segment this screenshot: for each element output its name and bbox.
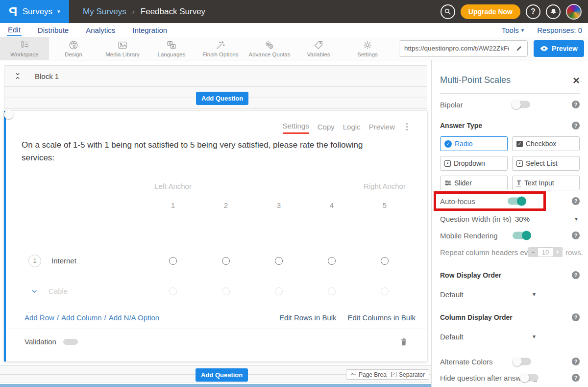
notifications-button[interactable]	[546, 4, 561, 19]
answer-type-label: Answer Type	[440, 122, 482, 129]
column-header[interactable]: 4	[305, 201, 358, 209]
answer-type-slider[interactable]: Slider	[440, 176, 508, 190]
radio-button[interactable]	[169, 287, 177, 295]
row-label[interactable]: Internet	[51, 257, 76, 265]
help-icon[interactable]	[572, 122, 580, 129]
answer-type-checkbox[interactable]: ✓ Checkbox	[512, 136, 580, 151]
separator-button[interactable]: ✓ Separator	[387, 369, 429, 380]
question-tab-settings[interactable]: Settings	[283, 122, 309, 134]
row-display-order-header: Row Display Order	[440, 271, 580, 279]
auto-focus-toggle[interactable]	[508, 198, 526, 205]
question-text[interactable]: On a scale of 1-5 with 1 being not satis…	[22, 139, 393, 165]
add-row-link[interactable]: Add Row	[24, 313, 54, 322]
help-icon[interactable]	[572, 101, 580, 108]
toolbar-languages[interactable]: Languages	[147, 37, 196, 60]
radio-button[interactable]	[275, 287, 283, 295]
column-header[interactable]: 2	[199, 201, 252, 209]
add-na-option-link[interactable]: Add N/A Option	[109, 313, 159, 322]
increment-button[interactable]: +	[553, 247, 563, 257]
toolbar-design[interactable]: Design	[49, 37, 98, 60]
answer-type-radio[interactable]: ✓ Radio	[440, 136, 508, 151]
toolbar-item-label: Workspace	[10, 52, 38, 57]
question-tab-copy[interactable]: Copy	[318, 123, 335, 133]
add-question-button-bottom[interactable]: Add Question	[196, 368, 248, 382]
answer-type-dropdown[interactable]: ▾ Dropdown	[440, 156, 508, 171]
radio-button[interactable]	[169, 257, 177, 265]
help-icon[interactable]	[572, 313, 580, 321]
right-anchor-label[interactable]: Right Anchor	[358, 182, 411, 190]
toolbar-settings[interactable]: Settings	[343, 37, 392, 60]
chevron-down-icon: ▾	[57, 9, 60, 14]
help-icon[interactable]	[572, 358, 580, 365]
help-button[interactable]: ?	[526, 4, 540, 19]
search-button[interactable]	[441, 4, 455, 19]
answer-type-select-list[interactable]: ▾ Select List	[512, 156, 580, 171]
separator-label: Separator	[399, 371, 425, 378]
radio-button[interactable]	[381, 287, 389, 295]
edit-url-button[interactable]	[511, 45, 527, 52]
column-header[interactable]: 5	[358, 201, 411, 209]
alternate-colors-toggle[interactable]	[513, 358, 531, 365]
close-sidebar-button[interactable]: ×	[573, 76, 580, 85]
row-display-order-select[interactable]: Default ▾	[440, 290, 536, 299]
radio-button[interactable]	[275, 257, 283, 265]
surveys-product-menu[interactable]: P Surveys ▾	[0, 0, 69, 23]
add-question-button[interactable]: Add Question	[196, 92, 248, 105]
radio-button[interactable]	[222, 287, 230, 295]
row-label[interactable]: Cable	[49, 287, 68, 295]
tab-distribute[interactable]: Distribute	[37, 25, 70, 36]
hide-after-answering-toggle[interactable]	[520, 374, 539, 382]
add-column-link[interactable]: Add Column	[61, 313, 102, 322]
tab-integration[interactable]: Integration	[131, 25, 168, 36]
collapse-icon	[14, 72, 22, 80]
upgrade-now-button[interactable]: Upgrade Now	[461, 4, 520, 19]
help-icon[interactable]	[572, 271, 580, 279]
toolbar-finish-options[interactable]: Finish Options	[196, 37, 245, 60]
column-header[interactable]: 1	[147, 201, 199, 209]
help-icon[interactable]	[572, 197, 580, 205]
column-display-order-select[interactable]: Default ▾	[440, 332, 536, 341]
bipolar-toggle[interactable]	[512, 101, 530, 108]
edit-columns-in-bulk-link[interactable]: Edit Columns in Bulk	[348, 313, 416, 322]
help-icon[interactable]	[572, 374, 580, 382]
answer-type-text-input[interactable]: T Text Input	[512, 176, 580, 190]
toolbar-variables[interactable]: Variables	[294, 37, 343, 60]
breadcrumb-my-surveys[interactable]: My Surveys	[83, 7, 126, 17]
row-reorder-button[interactable]	[30, 287, 38, 295]
toolbar-media-library[interactable]: Media Library	[98, 37, 147, 60]
toolbar-advance-quotas[interactable]: Advance Quotas	[245, 37, 294, 60]
toolbar-workspace[interactable]: Workspace	[0, 37, 49, 60]
tools-menu[interactable]: Tools▾	[502, 26, 524, 34]
validation-toggle[interactable]	[63, 339, 78, 345]
tab-analytics[interactable]: Analytics	[85, 25, 116, 36]
breadcrumb: My Surveys › Feedback Survey	[83, 7, 205, 17]
delete-question-button[interactable]	[400, 337, 408, 346]
radio-button[interactable]	[222, 257, 230, 265]
sidebar-title: Multi-Point Scales	[440, 75, 511, 85]
chevron-down-icon[interactable]: ▾	[575, 215, 578, 222]
edit-rows-in-bulk-link[interactable]: Edit Rows in Bulk	[279, 313, 337, 322]
help-icon[interactable]	[572, 232, 580, 239]
survey-url-input[interactable]	[399, 41, 511, 56]
left-anchor-label[interactable]: Left Anchor	[147, 182, 199, 190]
preview-button[interactable]: Preview	[534, 40, 584, 57]
question-more-menu[interactable]	[406, 123, 408, 133]
tab-edit[interactable]: Edit	[7, 24, 22, 36]
question-tab-logic[interactable]: Logic	[343, 123, 361, 133]
question-tab-preview[interactable]: Preview	[369, 123, 395, 133]
question-width-value[interactable]: 30%	[515, 215, 530, 223]
repeat-headers-value[interactable]: 10	[538, 247, 553, 257]
radio-button[interactable]	[381, 257, 389, 265]
mobile-rendering-toggle[interactable]	[513, 232, 531, 239]
breadcrumb-separator-icon: ›	[132, 7, 135, 16]
link-separator: /	[104, 313, 106, 322]
question-card: Settings Copy Logic Preview On a scale o…	[4, 110, 427, 361]
column-header[interactable]: 3	[252, 201, 305, 209]
user-avatar[interactable]	[566, 4, 582, 20]
collapse-block-button[interactable]	[14, 72, 22, 80]
radio-button[interactable]	[328, 257, 336, 265]
row-number-badge: 1	[28, 255, 41, 267]
radio-button[interactable]	[328, 287, 336, 295]
column-display-order-header: Column Display Order	[440, 313, 580, 321]
decrement-button[interactable]: −	[528, 247, 538, 257]
